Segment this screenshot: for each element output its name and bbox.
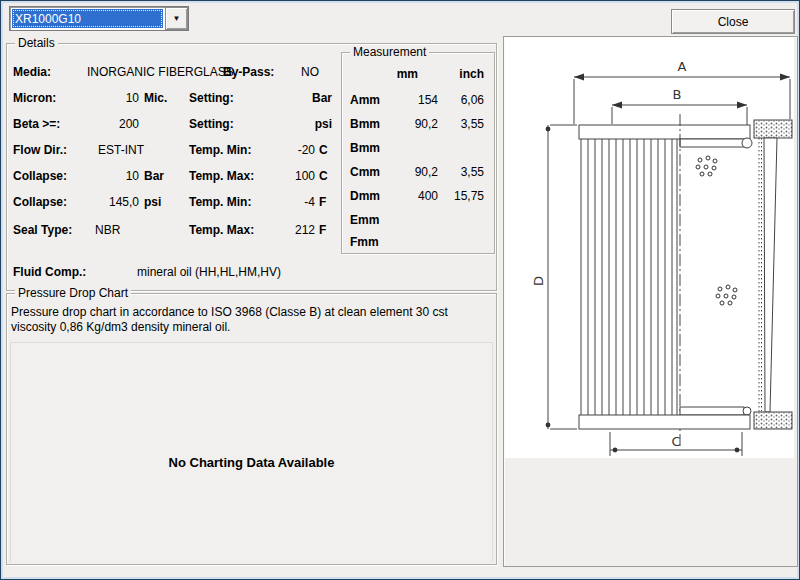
fluid-comp-value: mineral oil (HH,HL,HM,HV) xyxy=(137,265,281,279)
field-label: Setting: xyxy=(189,91,234,105)
meas-inch: 3,55 xyxy=(440,117,484,131)
field-value: 10 xyxy=(77,91,139,105)
field-label: By-Pass: xyxy=(223,65,274,79)
field-label: Flow Dir.: xyxy=(13,143,67,157)
field-value: EST-INT xyxy=(77,143,144,157)
field-value: INORGANIC FIBERGLASS xyxy=(87,65,234,79)
field-label: Temp. Min: xyxy=(189,195,251,209)
dim-label-b: B xyxy=(673,87,682,102)
col-header-mm: mm xyxy=(382,67,418,81)
drawing-sheet: A B C D xyxy=(505,38,794,458)
model-combobox[interactable]: XR1000G10 ▼ xyxy=(9,6,189,31)
close-button[interactable]: Close xyxy=(671,9,795,34)
no-data-message: No Charting Data Available xyxy=(11,455,492,470)
field-label: Micron: xyxy=(13,91,56,105)
drawing-panel: A B C D xyxy=(503,36,798,567)
field-label: Temp. Max: xyxy=(189,223,254,237)
meas-row-label: Emm xyxy=(350,213,379,227)
pressure-chart-description: Pressure drop chart in accordance to ISO… xyxy=(11,305,493,335)
meas-mm: 90,2 xyxy=(382,117,438,131)
measurement-groupbox: Measurement mm inch Amm 154 6,06 Bmm 90,… xyxy=(341,52,495,254)
field-unit: psi xyxy=(247,117,332,131)
field-unit: Bar xyxy=(144,169,164,183)
dim-label-d: D xyxy=(531,276,546,286)
dim-label-a: A xyxy=(678,59,687,74)
field-unit: Mic. xyxy=(144,91,167,105)
field-unit: psi xyxy=(144,195,161,209)
meas-row-label: Bmm xyxy=(350,141,380,155)
field-value: 212 xyxy=(247,223,315,237)
field-unit: F xyxy=(319,223,326,237)
field-unit: C xyxy=(319,169,328,183)
details-title: Details xyxy=(15,36,58,50)
col-header-inch: inch xyxy=(440,67,484,81)
field-label: Temp. Max: xyxy=(189,169,254,183)
field-value: 145,0 xyxy=(77,195,139,209)
meas-row-label: Fmm xyxy=(350,235,379,249)
field-value: -4 xyxy=(247,195,315,209)
field-value: 10 xyxy=(77,169,139,183)
filter-cross-section-drawing: A B C D xyxy=(505,38,794,458)
meas-mm: 400 xyxy=(382,189,438,203)
model-combobox-value[interactable]: XR1000G10 xyxy=(12,9,163,28)
meas-row-label: Dmm xyxy=(350,189,380,203)
field-label: Collapse: xyxy=(13,195,67,209)
chevron-down-icon[interactable]: ▼ xyxy=(165,7,188,30)
pressure-chart-title: Pressure Drop Chart xyxy=(15,286,131,300)
meas-inch: 6,06 xyxy=(440,93,484,107)
meas-row-label: Cmm xyxy=(350,165,380,179)
field-label: Media: xyxy=(13,65,51,79)
field-label: Seal Type: xyxy=(13,223,72,237)
field-value: 100 xyxy=(247,169,315,183)
dim-label-c: C xyxy=(671,434,680,449)
fluid-comp-label: Fluid Comp.: xyxy=(13,265,86,279)
meas-inch: 15,75 xyxy=(440,189,484,203)
measurement-title: Measurement xyxy=(350,45,429,59)
field-label: Setting: xyxy=(189,117,234,131)
field-label: Temp. Min: xyxy=(189,143,251,157)
field-value: -20 xyxy=(247,143,315,157)
field-unit: F xyxy=(319,195,326,209)
field-label: Beta >=: xyxy=(13,117,60,131)
meas-row-label: Bmm xyxy=(350,117,380,131)
meas-inch: 3,55 xyxy=(440,165,484,179)
chart-area: No Charting Data Available xyxy=(10,342,493,562)
field-unit: Bar xyxy=(247,91,332,105)
field-label: Collapse: xyxy=(13,169,67,183)
meas-row-label: Amm xyxy=(350,93,380,107)
filter-details-window: { "window": { "close_label": "Close", "a… xyxy=(0,0,800,580)
meas-mm: 90,2 xyxy=(382,165,438,179)
details-groupbox: Details Media: INORGANIC FIBERGLASS By-P… xyxy=(6,43,497,291)
field-value: NO xyxy=(301,65,319,79)
field-unit: C xyxy=(319,143,328,157)
field-value: NBR xyxy=(95,223,120,237)
meas-mm: 154 xyxy=(382,93,438,107)
field-value: 200 xyxy=(77,117,139,131)
close-button-label: Close xyxy=(718,15,749,29)
pressure-chart-groupbox: Pressure Drop Chart Pressure drop chart … xyxy=(6,293,497,565)
